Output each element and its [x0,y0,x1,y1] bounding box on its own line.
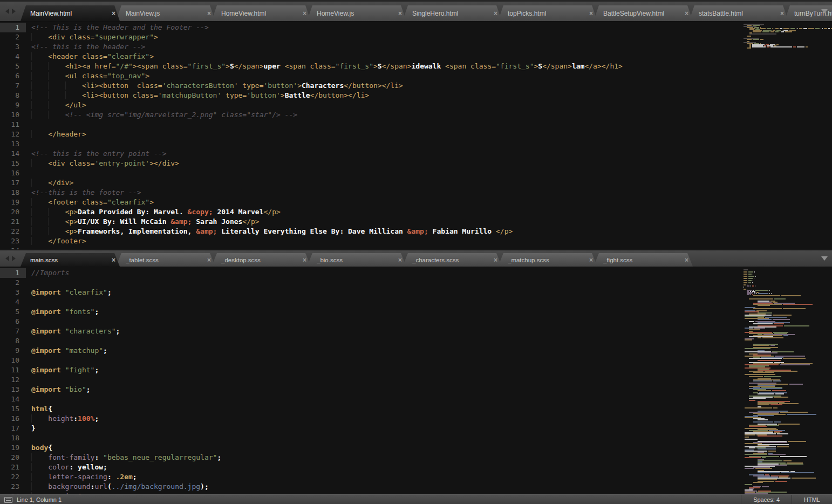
indent-setting[interactable]: Spaces: 4 [741,495,792,504]
code-line[interactable]: @import "fonts"; [31,307,742,317]
code-line[interactable]: <li><button class='charactersButton' typ… [31,81,742,91]
code-line[interactable]: @import "characters"; [31,326,742,336]
tab-MainView.js[interactable]: MainView.js× [116,5,215,21]
code-line[interactable] [31,394,742,404]
minimap[interactable] [742,267,832,494]
code-line[interactable]: </ul> [31,100,742,110]
code-line[interactable]: <p>Frameworks, Implementation, &amp; Lit… [31,227,742,236]
close-tab-icon[interactable]: × [589,10,593,17]
code-line[interactable]: </div> [31,178,742,188]
tab-label: _tablet.scss [126,257,204,263]
code-line[interactable] [31,375,742,385]
code-area[interactable]: //Imports@import "clearfix";@import "fon… [26,267,742,494]
tab-scroll-left-icon[interactable] [5,9,9,14]
code-line[interactable]: <!-- This is the Header and the Footer -… [31,23,742,32]
code-line[interactable] [31,317,742,326]
code-line[interactable]: <p>UI/UX By: Will McCain &amp; Sarah Jon… [31,217,742,227]
close-tab-icon[interactable]: × [780,10,784,17]
code-line[interactable]: <!-- <img src="img/marvelstar_2.png" cla… [31,110,742,120]
close-tab-icon[interactable]: × [685,256,688,264]
code-area[interactable]: <!-- This is the Header and the Footer -… [26,22,742,249]
close-tab-icon[interactable]: × [112,256,115,264]
tab-overflow-menu-icon[interactable] [821,9,828,13]
code-line[interactable] [31,433,742,443]
close-tab-icon[interactable]: × [685,10,688,17]
code-line[interactable]: letter-spacing: .2em; [31,472,742,482]
close-tab-icon[interactable]: × [398,10,402,17]
close-tab-icon[interactable]: × [207,256,211,264]
line-number: 1 [0,268,26,278]
panel-toggle-icon[interactable] [4,497,12,503]
tab-statsBattle.html[interactable]: statsBattle.html× [689,5,788,21]
code-line[interactable] [31,120,742,130]
code-line[interactable]: margin:0; [31,492,742,494]
code-line[interactable]: height:100%; [31,414,742,424]
close-tab-icon[interactable]: × [303,256,306,264]
tab-nav-arrows [0,2,21,21]
code-line[interactable]: </footer> [31,236,742,246]
code-line[interactable] [31,168,742,178]
code-line[interactable] [31,297,742,307]
tab-_tablet.scss[interactable]: _tablet.scss× [116,253,215,267]
cursor-position[interactable]: Line 1, Column 1 [17,496,62,503]
tab-overflow-menu-icon[interactable] [821,256,828,261]
code-line[interactable]: body{ [31,443,742,453]
tab-topPicks.html[interactable]: topPicks.html× [498,5,597,21]
tab-_characters.scss[interactable]: _characters.scss× [403,253,502,267]
code-line[interactable]: @import "matchup"; [31,346,742,356]
tab-_desktop.scss[interactable]: _desktop.scss× [212,253,311,267]
code-line[interactable]: <footer class="clearfix"> [31,197,742,207]
tab-HomeView.html[interactable]: HomeView.html× [212,5,311,21]
syntax-mode[interactable]: HTML [792,495,832,504]
line-number: 13 [0,385,26,394]
code-line[interactable]: <p>Data Provided By: Marvel. &copy; 2014… [31,207,742,217]
code-line[interactable]: @import "fight"; [31,365,742,375]
code-line[interactable]: color: yellow; [31,462,742,472]
code-line[interactable]: </header> [31,130,742,139]
code-line[interactable]: <!-- this is the header --> [31,42,742,52]
code-line[interactable] [31,336,742,346]
minimap[interactable] [742,22,832,249]
tab-scroll-right-icon[interactable] [12,9,16,14]
tab-scroll-left-icon[interactable] [5,256,9,261]
tab-_bio.scss[interactable]: _bio.scss× [307,253,406,267]
code-line[interactable]: //Imports [31,268,742,278]
code-line[interactable]: <div class="superwrapper"> [31,32,742,42]
tab-main.scss[interactable]: main.scss× [21,253,120,267]
code-line[interactable]: <header class="clearfix"> [31,52,742,62]
code-line[interactable]: background:url(../img/background.jpg); [31,482,742,492]
tab-HomeView.js[interactable]: HomeView.js× [307,5,406,21]
line-number: 17 [0,424,26,433]
tab-label: main.scss [30,257,108,263]
close-tab-icon[interactable]: × [207,10,211,17]
code-line[interactable] [31,356,742,365]
close-tab-icon[interactable]: × [494,10,497,17]
close-tab-icon[interactable]: × [112,10,115,17]
tab-label: MainView.html [30,10,108,17]
close-tab-icon[interactable]: × [589,256,593,264]
code-line[interactable]: @import "clearfix"; [31,288,742,297]
close-tab-icon[interactable]: × [494,256,497,264]
code-line[interactable]: <h1><a href="/#"><span class="first_s">S… [31,62,742,71]
code-line[interactable]: html{ [31,404,742,414]
code-line[interactable]: <!--this is the footer --> [31,188,742,197]
tab-_fight.scss[interactable]: _fight.scss× [594,253,693,267]
close-tab-icon[interactable]: × [303,10,306,17]
code-line[interactable]: } [31,424,742,433]
close-tab-icon[interactable]: × [398,256,402,264]
code-line[interactable]: @import "bio"; [31,385,742,394]
tab-_matchup.scss[interactable]: _matchup.scss× [498,253,597,267]
tab-BattleSetupView.html[interactable]: BattleSetupView.html× [594,5,693,21]
tab-MainView.html[interactable]: MainView.html× [21,5,120,21]
code-line[interactable]: <li><button class='matchupButton' type='… [31,91,742,100]
tab-SingleHero.html[interactable]: SingleHero.html× [403,5,502,21]
code-line[interactable] [31,139,742,149]
html-editor[interactable]: 123456789101112131415161718192021222324 … [0,22,832,249]
code-line[interactable]: <!-- this is the entry point --> [31,149,742,159]
code-line[interactable]: font-family: "bebas_neue_regularregular"… [31,453,742,462]
scss-editor[interactable]: 123456789101112131415161718192021222324 … [0,267,832,494]
code-line[interactable]: <ul class="top_nav"> [31,71,742,81]
code-line[interactable] [31,278,742,288]
code-line[interactable]: <div class='entry-point'></div> [31,159,742,168]
tab-scroll-right-icon[interactable] [12,256,16,261]
